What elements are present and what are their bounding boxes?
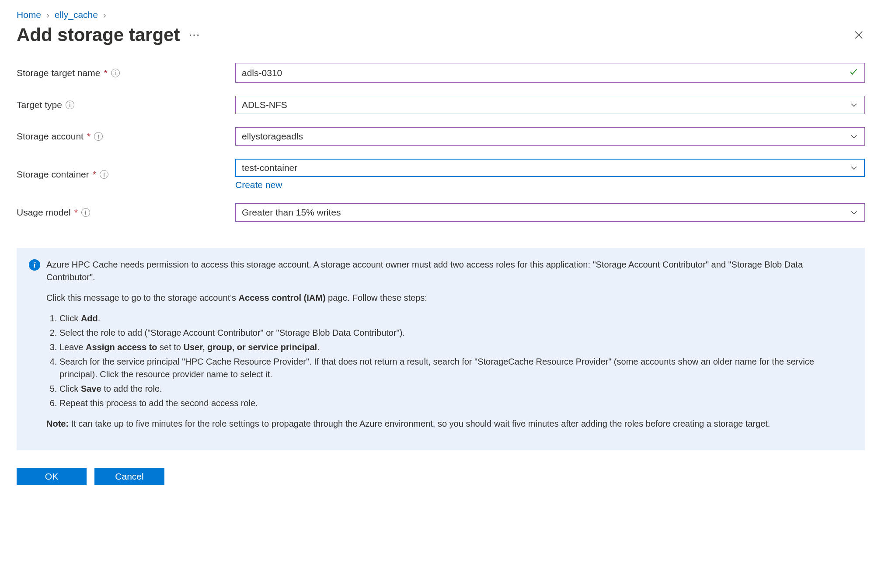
label-storage-container: Storage container * i	[17, 159, 235, 190]
storage-target-name-input[interactable]: adls-0310	[235, 63, 865, 83]
info-icon[interactable]: i	[66, 101, 74, 109]
chevron-right-icon: ›	[46, 10, 49, 20]
info-icon[interactable]: i	[81, 208, 90, 217]
required-asterisk: *	[87, 131, 91, 142]
close-button[interactable]	[853, 29, 865, 41]
breadcrumb-parent[interactable]: elly_cache	[55, 10, 98, 20]
info-para-2: Click this message to go to the storage …	[46, 292, 853, 304]
footer-actions: OK Cancel	[17, 468, 865, 485]
more-menu-icon[interactable]: ⋯	[188, 28, 201, 42]
chevron-down-icon	[850, 101, 858, 109]
label-storage-target-name: Storage target name * i	[17, 63, 235, 83]
cancel-button[interactable]: Cancel	[94, 468, 164, 485]
info-step-4: Search for the service principal "HPC Ca…	[59, 355, 853, 381]
required-asterisk: *	[74, 207, 78, 218]
info-steps: Click Add. Select the role to add ("Stor…	[46, 312, 853, 410]
chevron-down-icon	[850, 164, 858, 172]
storage-account-select[interactable]: ellystorageadls	[235, 127, 865, 146]
info-icon[interactable]: i	[100, 170, 108, 179]
usage-model-select[interactable]: Greater than 15% writes	[235, 203, 865, 222]
create-new-link[interactable]: Create new	[235, 180, 865, 190]
info-step-2: Select the role to add ("Storage Account…	[59, 327, 853, 339]
info-icon[interactable]: i	[94, 132, 103, 141]
info-icon[interactable]: i	[111, 69, 120, 77]
info-step-3: Leave Assign access to set to User, grou…	[59, 341, 853, 354]
info-para-1: Azure HPC Cache needs permission to acce…	[46, 258, 853, 284]
page-title: Add storage target	[17, 24, 180, 45]
label-storage-account: Storage account * i	[17, 127, 235, 146]
chevron-down-icon	[850, 208, 858, 217]
ok-button[interactable]: OK	[17, 468, 87, 485]
breadcrumb-home[interactable]: Home	[17, 10, 41, 20]
info-step-6: Repeat this process to add the second ac…	[59, 397, 853, 410]
chevron-right-icon: ›	[103, 10, 106, 20]
form: Storage target name * i adls-0310 Target…	[17, 63, 865, 222]
label-target-type: Target type i	[17, 96, 235, 114]
info-step-1: Click Add.	[59, 312, 853, 325]
storage-container-select[interactable]: test-container	[235, 159, 865, 177]
close-icon	[854, 30, 864, 40]
info-icon: i	[29, 259, 40, 271]
chevron-down-icon	[850, 132, 858, 141]
breadcrumb: Home › elly_cache ›	[17, 10, 865, 20]
page-header: Add storage target ⋯	[17, 24, 865, 45]
info-step-5: Click Save to add the role.	[59, 383, 853, 395]
required-asterisk: *	[93, 169, 96, 180]
required-asterisk: *	[104, 68, 107, 78]
check-icon	[849, 67, 858, 79]
info-note: Note: It can take up to five minutes for…	[46, 418, 853, 430]
target-type-select[interactable]: ADLS-NFS	[235, 96, 865, 114]
info-message[interactable]: i Azure HPC Cache needs permission to ac…	[17, 248, 865, 450]
label-usage-model: Usage model * i	[17, 203, 235, 222]
